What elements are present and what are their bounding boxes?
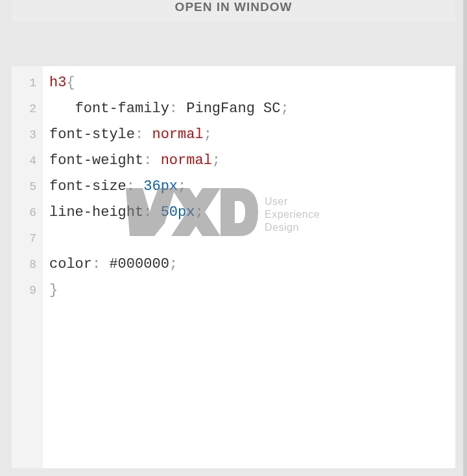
code-token: font-size xyxy=(49,178,126,195)
code-token: #000000 xyxy=(109,256,169,272)
code-line[interactable]: h3{ xyxy=(49,70,289,96)
code-token: ; xyxy=(178,178,186,195)
code-token: : xyxy=(135,126,152,143)
code-line[interactable]: font-family: PingFang SC; xyxy=(49,96,289,122)
line-number: 6 xyxy=(12,200,36,226)
code-token: 36px xyxy=(143,178,178,195)
code-line[interactable]: } xyxy=(49,278,289,303)
code-content[interactable]: h3{ font-family: PingFang SC;font-style:… xyxy=(43,66,289,468)
code-token: } xyxy=(49,282,58,298)
code-line[interactable]: font-size: 36px; xyxy=(49,174,289,200)
line-number: 9 xyxy=(12,278,36,303)
code-token: PingFang SC xyxy=(186,101,280,117)
code-token: : xyxy=(126,178,143,195)
code-token: line-height xyxy=(49,204,143,220)
code-token: font-family xyxy=(75,101,169,117)
code-token: : xyxy=(143,204,160,220)
code-token: : xyxy=(169,101,186,117)
code-line[interactable] xyxy=(49,226,289,252)
scrollbar-track[interactable] xyxy=(463,0,467,476)
code-token: font-style xyxy=(49,126,135,143)
code-line[interactable]: line-height: 50px; xyxy=(49,200,289,226)
code-token: ; xyxy=(204,126,212,143)
line-number: 1 xyxy=(12,70,36,96)
code-token: ; xyxy=(280,101,289,117)
code-token: 50px xyxy=(161,204,195,220)
code-token: normal xyxy=(152,126,203,143)
line-number: 5 xyxy=(12,174,36,200)
code-token: h3 xyxy=(49,75,66,91)
code-token: ; xyxy=(195,204,203,220)
code-line[interactable]: color: #000000; xyxy=(49,252,289,278)
code-line[interactable]: font-style: normal; xyxy=(49,122,289,148)
code-token: color xyxy=(49,256,92,272)
line-number: 3 xyxy=(12,122,36,148)
code-token: font-weight xyxy=(49,152,143,169)
code-token: normal xyxy=(161,152,212,169)
code-token: ; xyxy=(212,152,221,169)
code-token: ; xyxy=(169,256,178,272)
line-number-gutter: 123456789 xyxy=(12,66,43,468)
line-number: 2 xyxy=(12,96,36,122)
code-line[interactable]: font-weight: normal; xyxy=(49,148,289,174)
open-in-window-label: OPEN IN WINDOW xyxy=(175,0,293,14)
code-editor[interactable]: 123456789 h3{ font-family: PingFang SC;f… xyxy=(12,66,455,468)
open-in-window-button[interactable]: OPEN IN WINDOW xyxy=(12,0,455,22)
code-token: { xyxy=(66,75,75,91)
code-token: : xyxy=(92,256,109,272)
line-number: 7 xyxy=(12,226,36,252)
line-number: 4 xyxy=(12,148,36,174)
code-token: : xyxy=(143,152,160,169)
line-number: 8 xyxy=(12,252,36,278)
code-token xyxy=(49,101,75,117)
